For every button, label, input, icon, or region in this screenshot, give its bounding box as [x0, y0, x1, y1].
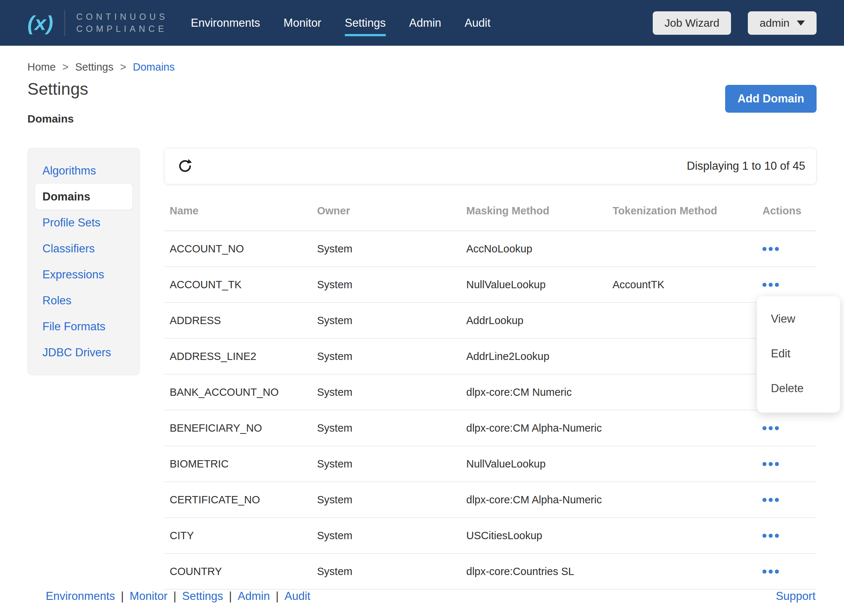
column-header-name: Name: [164, 205, 317, 217]
cell-name: ADDRESS: [164, 315, 317, 327]
cell-tokenization-method: AccountTK: [612, 279, 762, 291]
cell-masking-method: dlpx-core:CM Alpha-Numeric: [466, 422, 612, 434]
row-actions-button[interactable]: [762, 493, 784, 506]
cell-owner: System: [317, 386, 466, 398]
table-row: COUNTRY System dlpx-core:Countries SL: [164, 554, 816, 590]
ellipsis-icon: [762, 569, 766, 573]
brand-divider: [64, 10, 65, 36]
row-actions-button[interactable]: [762, 242, 784, 255]
user-menu-label: admin: [759, 17, 790, 29]
top-navbar: (x) CONTINUOUS COMPLIANCE Environments M…: [0, 0, 844, 46]
job-wizard-button[interactable]: Job Wizard: [653, 11, 731, 35]
cell-owner: System: [317, 279, 466, 291]
cell-name: COUNTRY: [164, 566, 317, 578]
table-row: ADDRESS_LINE2 System AddrLine2Lookup: [164, 339, 816, 375]
footer-link-audit[interactable]: Audit: [284, 590, 311, 603]
nav-audit[interactable]: Audit: [465, 16, 491, 36]
refresh-icon: [177, 158, 193, 174]
context-menu-edit[interactable]: Edit: [757, 336, 840, 371]
cell-name: CITY: [164, 529, 317, 542]
column-header-actions: Actions: [762, 205, 816, 217]
context-menu-view[interactable]: View: [757, 301, 840, 336]
cell-masking-method: NullValueLookup: [466, 458, 612, 470]
main-content: Algorithms Domains Profile Sets Classifi…: [0, 148, 844, 590]
support-link[interactable]: Support: [776, 590, 815, 603]
cell-masking-method: NullValueLookup: [466, 279, 612, 291]
sidebar-item-expressions[interactable]: Expressions: [28, 261, 140, 287]
breadcrumb: Home > Settings > Domains: [28, 46, 816, 73]
cell-owner: System: [317, 566, 466, 578]
delphix-logo-icon: (x): [28, 13, 53, 33]
table-row: CITY System USCitiesLookup: [164, 518, 816, 554]
cell-owner: System: [317, 351, 466, 362]
brand[interactable]: (x) CONTINUOUS COMPLIANCE: [28, 10, 168, 36]
cell-name: BIOMETRIC: [164, 458, 317, 470]
footer-link-admin[interactable]: Admin: [238, 590, 270, 603]
footer-link-monitor[interactable]: Monitor: [130, 590, 167, 603]
footer-link-settings[interactable]: Settings: [182, 590, 223, 603]
cell-name: BANK_ACCOUNT_NO: [164, 386, 317, 398]
caret-down-icon: [797, 21, 805, 26]
cell-owner: System: [317, 494, 466, 506]
refresh-button[interactable]: [176, 157, 195, 176]
row-actions-button[interactable]: [762, 529, 784, 542]
nav-admin[interactable]: Admin: [409, 16, 441, 36]
column-header-masking-method: Masking Method: [466, 205, 612, 217]
sidebar-item-algorithms[interactable]: Algorithms: [28, 158, 140, 183]
row-actions-button[interactable]: [762, 458, 784, 471]
footer-separator: |: [276, 590, 278, 603]
cell-name: BENEFICIARY_NO: [164, 422, 317, 434]
cell-owner: System: [317, 422, 466, 434]
ellipsis-icon: [762, 247, 766, 251]
footer-link-environments[interactable]: Environments: [46, 590, 115, 603]
sidebar-item-domains[interactable]: Domains: [35, 183, 132, 210]
brand-name: CONTINUOUS COMPLIANCE: [76, 11, 168, 35]
cell-masking-method: AccNoLookup: [466, 243, 612, 255]
footer-separator: |: [173, 590, 176, 603]
sidebar-item-file-formats[interactable]: File Formats: [28, 314, 140, 339]
sidebar-item-jdbc-drivers[interactable]: JDBC Drivers: [28, 339, 140, 365]
breadcrumb-separator: >: [120, 61, 126, 73]
cell-masking-method: AddrLine2Lookup: [466, 351, 612, 362]
nav-settings[interactable]: Settings: [345, 16, 386, 36]
table-header-row: Name Owner Masking Method Tokenization M…: [164, 191, 816, 231]
cell-masking-method: dlpx-core:Countries SL: [466, 566, 612, 578]
sidebar-item-roles[interactable]: Roles: [28, 287, 140, 314]
context-menu-delete[interactable]: Delete: [757, 371, 840, 406]
settings-sidebar: Algorithms Domains Profile Sets Classifi…: [28, 148, 140, 375]
footer-links: Environments | Monitor | Settings | Admi…: [46, 590, 311, 603]
sidebar-item-classifiers[interactable]: Classifiers: [28, 236, 140, 261]
nav-environments[interactable]: Environments: [191, 16, 260, 36]
footer-separator: |: [121, 590, 124, 603]
row-actions-context-menu: View Edit Delete: [757, 296, 840, 413]
breadcrumb-home[interactable]: Home: [28, 61, 56, 73]
row-actions-button[interactable]: [762, 565, 784, 578]
primary-nav: Environments Monitor Settings Admin Audi…: [191, 16, 490, 29]
cell-name: ACCOUNT_TK: [164, 279, 317, 291]
cell-owner: System: [317, 315, 466, 327]
ellipsis-icon: [762, 462, 766, 466]
cell-owner: System: [317, 243, 466, 255]
breadcrumb-domains[interactable]: Domains: [133, 61, 174, 73]
table-row: ADDRESS System AddrLookup: [164, 303, 816, 339]
sidebar-item-profile-sets[interactable]: Profile Sets: [28, 210, 140, 236]
ellipsis-icon: [762, 498, 766, 502]
nav-monitor[interactable]: Monitor: [283, 16, 321, 36]
table-toolbar: Displaying 1 to 10 of 45: [164, 148, 816, 184]
table-row: BENEFICIARY_NO System dlpx-core:CM Alpha…: [164, 411, 816, 446]
breadcrumb-settings[interactable]: Settings: [75, 61, 113, 73]
cell-masking-method: USCitiesLookup: [466, 529, 612, 542]
cell-name: CERTIFICATE_NO: [164, 494, 317, 506]
table-row: ACCOUNT_TK System NullValueLookup Accoun…: [164, 267, 816, 303]
pagination-status: Displaying 1 to 10 of 45: [687, 160, 805, 173]
domains-table-panel: Displaying 1 to 10 of 45 Name Owner Mask…: [164, 148, 816, 590]
row-actions-button[interactable]: [762, 279, 784, 291]
ellipsis-icon: [762, 426, 766, 430]
cell-masking-method: dlpx-core:CM Numeric: [466, 386, 612, 398]
cell-name: ACCOUNT_NO: [164, 243, 317, 255]
add-domain-button[interactable]: Add Domain: [725, 85, 816, 113]
breadcrumb-separator: >: [62, 61, 68, 73]
user-menu-button[interactable]: admin: [748, 11, 816, 35]
row-actions-button[interactable]: [762, 422, 784, 434]
cell-name: ADDRESS_LINE2: [164, 351, 317, 362]
